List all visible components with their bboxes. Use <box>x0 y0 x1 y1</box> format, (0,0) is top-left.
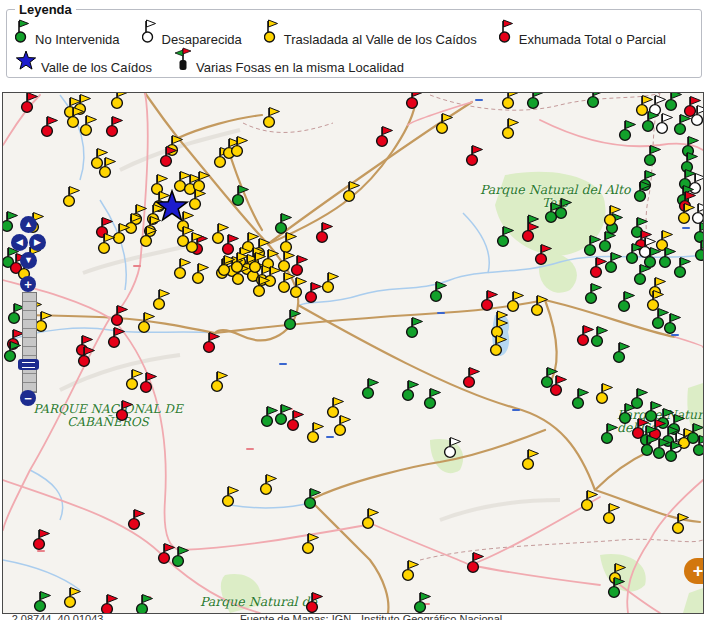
grave-marker-no-intervenida[interactable] <box>635 182 651 202</box>
grave-marker-no-intervenida[interactable] <box>3 212 17 232</box>
grave-marker-trasladada[interactable] <box>175 259 191 279</box>
grave-marker-trasladada[interactable] <box>503 93 519 108</box>
grave-marker-exhumada[interactable] <box>306 283 322 303</box>
grave-marker-trasladada[interactable] <box>281 233 297 253</box>
grave-marker-trasladada[interactable] <box>597 384 613 404</box>
grave-marker-no-intervenida[interactable] <box>407 318 423 338</box>
pan-east-button[interactable]: ▶ <box>29 234 46 251</box>
layer-switcher-button[interactable]: + <box>684 558 704 584</box>
grave-marker-trasladada[interactable] <box>657 231 673 251</box>
grave-marker-no-intervenida[interactable] <box>632 389 648 409</box>
grave-marker-trasladada[interactable] <box>532 296 548 316</box>
grave-marker-trasladada[interactable] <box>323 273 339 293</box>
grave-marker-exhumada[interactable] <box>292 256 308 276</box>
grave-marker-no-intervenida[interactable] <box>619 292 635 312</box>
grave-marker-trasladada[interactable] <box>403 561 419 581</box>
grave-marker-trasladada[interactable] <box>303 534 319 554</box>
grave-marker-desaparecida[interactable] <box>693 204 703 224</box>
grave-marker-trasladada[interactable] <box>503 119 519 139</box>
grave-marker-no-intervenida[interactable] <box>173 547 189 567</box>
grave-marker-exhumada[interactable] <box>107 117 123 137</box>
grave-marker-no-intervenida[interactable] <box>305 489 321 509</box>
map-viewport[interactable]: Parque Natural del AltoTajoPARQUE NACION… <box>2 92 704 614</box>
grave-marker-desaparecida[interactable] <box>657 114 673 134</box>
grave-marker-no-intervenida[interactable] <box>696 241 703 261</box>
grave-marker-exhumada[interactable] <box>102 595 118 614</box>
grave-marker-no-intervenida[interactable] <box>363 379 379 399</box>
grave-marker-exhumada[interactable] <box>223 235 239 255</box>
grave-marker-no-intervenida[interactable] <box>666 93 682 110</box>
zoom-slider-handle[interactable] <box>18 359 39 370</box>
grave-marker-exhumada[interactable] <box>468 553 484 573</box>
grave-marker-exhumada[interactable] <box>591 258 607 278</box>
grave-marker-trasladada[interactable] <box>81 116 97 136</box>
grave-marker-exhumada[interactable] <box>161 147 177 167</box>
grave-marker-trasladada[interactable] <box>65 588 81 608</box>
grave-marker-exhumada[interactable] <box>307 593 323 613</box>
grave-marker-exhumada[interactable] <box>22 93 38 112</box>
grave-marker-no-intervenida[interactable] <box>675 258 691 278</box>
grave-marker-no-intervenida[interactable] <box>403 381 419 401</box>
grave-marker-trasladada[interactable] <box>112 93 128 108</box>
grave-marker-no-intervenida[interactable] <box>588 93 604 107</box>
grave-marker-exhumada[interactable] <box>112 306 128 326</box>
grave-marker-no-intervenida[interactable] <box>645 146 661 166</box>
grave-marker-no-intervenida[interactable] <box>695 223 703 243</box>
grave-marker-trasladada[interactable] <box>673 514 689 534</box>
grave-marker-trasladada[interactable] <box>213 224 229 244</box>
grave-marker-exhumada[interactable] <box>523 215 539 241</box>
grave-marker-exhumada[interactable] <box>117 401 133 421</box>
grave-marker-exhumada[interactable] <box>317 223 333 243</box>
grave-marker-trasladada[interactable] <box>154 290 170 310</box>
pan-north-button[interactable]: ▲ <box>20 216 37 233</box>
zoom-slider-track[interactable] <box>22 292 37 393</box>
grave-marker-no-intervenida[interactable] <box>35 592 51 612</box>
grave-marker-no-intervenida[interactable] <box>620 121 636 141</box>
grave-marker-no-intervenida[interactable] <box>556 199 572 219</box>
grave-marker-trasladada[interactable] <box>308 423 324 443</box>
grave-marker-no-intervenida[interactable] <box>635 265 651 285</box>
grave-marker-trasladada[interactable] <box>523 450 539 470</box>
grave-marker-trasladada[interactable] <box>437 114 453 134</box>
grave-marker-trasladada[interactable] <box>328 398 344 418</box>
grave-marker-no-intervenida[interactable] <box>285 310 301 330</box>
grave-marker-exhumada[interactable] <box>204 333 220 353</box>
grave-marker-exhumada[interactable] <box>129 510 145 530</box>
grave-marker-exhumada[interactable] <box>467 146 483 166</box>
grave-marker-trasladada[interactable] <box>223 487 239 507</box>
grave-marker-no-intervenida[interactable] <box>425 389 441 409</box>
grave-marker-exhumada[interactable] <box>42 117 58 137</box>
grave-marker-trasladada[interactable] <box>193 264 209 284</box>
grave-marker-trasladada[interactable] <box>582 491 598 511</box>
grave-marker-trasladada[interactable] <box>261 475 277 495</box>
grave-marker-trasladada[interactable] <box>492 311 508 337</box>
grave-marker-trasladada[interactable] <box>508 292 524 312</box>
grave-marker-exhumada[interactable] <box>551 376 567 396</box>
grave-marker-no-intervenida[interactable] <box>585 236 601 256</box>
grave-marker-no-intervenida[interactable] <box>573 389 589 409</box>
zoom-in-button[interactable]: + <box>20 276 36 292</box>
grave-marker-desaparecida[interactable] <box>445 438 461 458</box>
grave-marker-trasladada[interactable] <box>141 227 157 247</box>
grave-marker-exhumada[interactable] <box>34 530 50 550</box>
zoom-out-button[interactable]: − <box>20 390 36 406</box>
grave-marker-trasladada[interactable] <box>64 187 80 207</box>
grave-marker-no-intervenida[interactable] <box>586 284 602 304</box>
grave-marker-trasladada[interactable] <box>212 372 228 392</box>
grave-marker-no-intervenida[interactable] <box>665 314 681 334</box>
grave-marker-no-intervenida[interactable] <box>137 595 153 614</box>
grave-marker-no-intervenida[interactable] <box>431 282 447 302</box>
grave-marker-trasladada[interactable] <box>604 504 620 524</box>
grave-marker-no-intervenida[interactable] <box>614 343 630 363</box>
grave-marker-exhumada[interactable] <box>377 127 393 147</box>
grave-marker-no-intervenida[interactable] <box>528 93 544 108</box>
grave-marker-no-intervenida[interactable] <box>602 424 618 444</box>
grave-marker-trasladada[interactable] <box>344 182 360 202</box>
grave-marker-trasladada[interactable] <box>363 509 379 529</box>
grave-marker-no-intervenida[interactable] <box>675 115 691 135</box>
grave-marker-no-intervenida[interactable] <box>415 593 431 613</box>
grave-marker-exhumada[interactable] <box>109 328 125 348</box>
grave-marker-trasladada[interactable] <box>335 416 351 436</box>
grave-marker-no-intervenida[interactable] <box>606 253 622 273</box>
grave-marker-exhumada[interactable] <box>464 368 480 388</box>
